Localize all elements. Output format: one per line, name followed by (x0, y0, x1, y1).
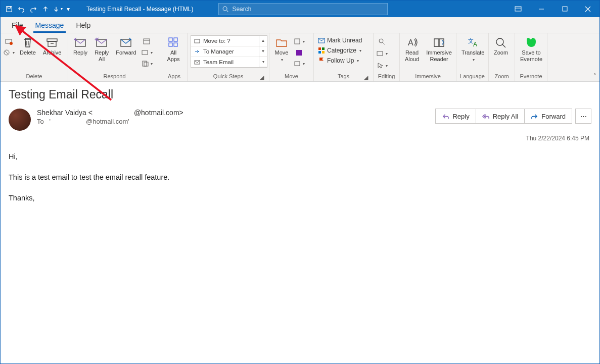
group-label-zoom: Zoom (492, 72, 512, 81)
message-body: Hi, This is a test email to test the ema… (1, 142, 599, 223)
follow-up-button[interactable]: Follow Up▾ (317, 57, 363, 65)
save-icon[interactable] (4, 4, 15, 15)
tab-message[interactable]: Message (29, 17, 70, 33)
quick-steps-scroll[interactable]: ▲▼▾ (259, 35, 267, 68)
forward-button[interactable]: Forward (114, 35, 138, 57)
group-label-editing: Editing (377, 72, 396, 81)
all-apps-button[interactable]: All Apps (164, 35, 182, 64)
quick-steps-gallery[interactable]: Move to: ? To Manager Team Email (191, 35, 259, 68)
sender-line: Shekhar Vaidya <@hotmail.com> (37, 109, 429, 117)
junk-icon[interactable]: ▾ (4, 47, 15, 58)
svg-rect-17 (169, 38, 172, 41)
action-forward-button[interactable]: Forward (525, 109, 572, 124)
rules-icon[interactable]: ▾ (294, 36, 305, 46)
mark-unread-button[interactable]: Mark Unread (317, 36, 363, 44)
tab-help[interactable]: Help (70, 17, 97, 33)
action-reply-button[interactable]: Reply (435, 109, 476, 124)
ribbon-display-icon[interactable] (506, 1, 530, 17)
previous-item-icon[interactable] (40, 4, 51, 15)
quick-access-toolbar: ▾ ▾ (1, 4, 75, 15)
svg-rect-19 (169, 43, 172, 46)
svg-rect-14 (142, 50, 148, 55)
forward-im-icon[interactable]: ▾ (142, 47, 153, 58)
meeting-icon[interactable] (142, 36, 153, 46)
quick-step-move-to[interactable]: Move to: ? (191, 36, 259, 46)
group-label-language: Language (459, 72, 485, 81)
actions-icon[interactable]: ▾ (294, 59, 305, 69)
quick-step-to-manager[interactable]: To Manager (191, 46, 259, 57)
translate-label: Translate▾ (461, 49, 484, 63)
svg-rect-25 (295, 62, 300, 66)
undo-icon[interactable] (16, 4, 27, 15)
quick-step-team-email[interactable]: Team Email (191, 57, 259, 67)
sender-avatar[interactable] (9, 109, 31, 131)
onenote-icon[interactable] (294, 47, 305, 58)
find-icon[interactable] (377, 36, 388, 46)
redo-icon[interactable] (28, 4, 39, 15)
zoom-label: Zoom (494, 49, 508, 56)
search-box[interactable] (218, 3, 388, 15)
customize-qat-icon[interactable]: ▾ (64, 4, 72, 15)
tab-file[interactable]: File (6, 17, 29, 33)
search-input[interactable] (232, 6, 384, 13)
next-item-icon[interactable]: ▾ (52, 4, 63, 15)
all-apps-label: All Apps (167, 49, 179, 63)
reply-button[interactable]: Reply (71, 35, 89, 57)
quicksteps-launcher-icon[interactable]: ◢ (259, 74, 265, 80)
categorize-button[interactable]: Categorize▾ (317, 46, 363, 55)
forward-label: Forward (116, 49, 136, 56)
close-button[interactable] (576, 1, 599, 17)
svg-rect-8 (47, 39, 57, 41)
svg-rect-20 (174, 43, 177, 46)
svg-rect-0 (7, 6, 12, 12)
ribbon-tabs: File Message Help (1, 17, 599, 33)
svg-rect-23 (295, 39, 300, 44)
svg-rect-27 (318, 47, 321, 50)
save-to-evernote-button[interactable]: Save to Evernote (518, 35, 544, 64)
group-label-quicksteps: Quick Steps◢ (191, 72, 266, 81)
archive-button[interactable]: Archive (41, 35, 64, 57)
svg-rect-16 (144, 62, 148, 66)
minimize-button[interactable] (530, 1, 553, 17)
svg-rect-13 (144, 39, 150, 44)
immersive-reader-button[interactable]: Immersive Reader (424, 35, 454, 64)
svg-rect-3 (515, 7, 521, 11)
action-more-button[interactable]: ⋯ (575, 109, 591, 124)
translate-button[interactable]: 文A Translate▾ (459, 35, 486, 64)
ribbon: ▾ Delete Archive Delete Reply (1, 33, 599, 82)
svg-text:A: A (408, 38, 413, 47)
svg-point-31 (379, 39, 383, 43)
delete-button[interactable]: Delete (18, 35, 38, 57)
group-label-tags: Tags◢ (317, 72, 370, 81)
svg-rect-30 (322, 51, 325, 54)
body-paragraph: Thanks, (9, 192, 591, 204)
tags-launcher-icon[interactable]: ◢ (363, 74, 369, 80)
read-aloud-button[interactable]: A Read Aloud (403, 35, 421, 64)
redacted-text (93, 111, 134, 116)
related-icon[interactable]: ▾ (377, 48, 388, 59)
title-bar: ▾ ▾ Testing Email Recall - Message (HTML… (1, 1, 599, 17)
delete-label: Delete (20, 49, 36, 56)
svg-rect-24 (296, 50, 302, 56)
svg-point-2 (223, 7, 227, 11)
body-paragraph: Hi, (9, 151, 591, 163)
redacted-text (51, 119, 86, 125)
collapse-ribbon-icon[interactable]: ˄ (593, 73, 596, 79)
reply-all-button[interactable]: Reply All (93, 35, 111, 64)
maximize-button[interactable] (553, 1, 576, 17)
zoom-button[interactable]: Zoom (492, 35, 510, 57)
group-label-respond: Respond (71, 72, 158, 81)
more-respond-icon[interactable]: ▾ (142, 59, 153, 69)
svg-text:A: A (473, 41, 477, 48)
reply-all-label: Reply All (95, 49, 109, 63)
move-button[interactable]: Move▾ (272, 35, 291, 64)
action-reply-all-button[interactable]: Reply All (476, 109, 525, 124)
group-label-evernote: Evernote (518, 72, 544, 81)
message-pane: Testing Email Recall Shekhar Vaidya <@ho… (1, 82, 599, 363)
ignore-icon[interactable] (4, 36, 15, 46)
search-icon (222, 6, 229, 13)
svg-rect-9 (48, 41, 56, 46)
select-icon[interactable]: ▾ (377, 61, 388, 71)
svg-point-6 (10, 42, 13, 45)
group-label-move: Move (272, 72, 310, 81)
